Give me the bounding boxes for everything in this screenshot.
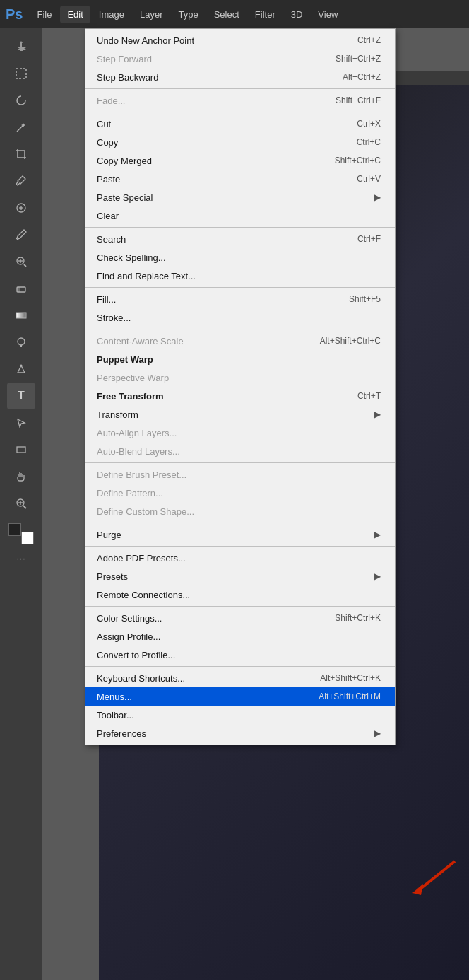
menu-item-remote-connections[interactable]: Remote Connections... [85,585,395,604]
svg-rect-10 [17,287,20,292]
menu-item-purge[interactable]: Purge ▶ [85,525,395,544]
tool-heal[interactable] [7,195,35,221]
menu-item-fade[interactable]: Fade... Shift+Ctrl+F [85,91,395,110]
tool-more[interactable]: ··· [7,546,35,571]
sep-9 [85,606,395,607]
menu-image[interactable]: Image [92,6,131,23]
ps-logo: Ps [6,6,23,23]
red-arrow-indicator [405,854,462,897]
tool-pen[interactable] [7,356,35,382]
menu-item-copy-merged[interactable]: Copy Merged Shift+Ctrl+C [85,151,395,170]
menu-item-stroke[interactable]: Stroke... [85,308,395,327]
menu-item-step-forward[interactable]: Step Forward Shift+Ctrl+Z [85,49,395,68]
menu-item-clear[interactable]: Clear [85,206,395,225]
tool-clone[interactable] [7,249,35,274]
menu-item-preferences[interactable]: Preferences ▶ [85,724,395,742]
tool-eyedropper[interactable] [7,168,35,194]
sep-10 [85,666,395,667]
sep-4 [85,287,395,288]
tool-gradient[interactable] [7,303,35,328]
menu-edit[interactable]: Edit [60,6,90,23]
edit-dropdown-menu: Undo New Anchor Point Ctrl+Z Step Forwar… [85,28,396,745]
left-toolbar: T ··· [0,28,42,980]
menu-item-paste-special[interactable]: Paste Special ▶ [85,188,395,206]
menu-item-cut[interactable]: Cut Ctrl+X [85,115,395,133]
sep-7 [85,523,395,523]
sep-5 [85,329,395,329]
menu-item-fill[interactable]: Fill... Shift+F5 [85,290,395,308]
sep-8 [85,546,395,547]
menu-3d[interactable]: 3D [284,6,310,23]
sep-3 [85,227,395,228]
svg-point-14 [20,365,23,367]
svg-rect-0 [16,69,26,78]
svg-line-1 [17,125,23,132]
menu-item-convert-profile[interactable]: Convert to Profile... [85,646,395,664]
tool-magic-wand[interactable] [7,115,35,140]
tool-eraser[interactable] [7,276,35,301]
menu-item-check-spelling[interactable]: Check Spelling... [85,248,395,267]
menu-item-presets[interactable]: Presets ▶ [85,567,395,585]
menu-type[interactable]: Type [172,6,206,23]
menu-item-puppet-warp[interactable]: Puppet Warp [85,350,395,368]
tool-crop[interactable] [7,141,35,167]
menu-bar: Ps File Edit Image Layer Type Select Fil… [0,0,469,28]
menu-item-menus[interactable]: Menus... Alt+Shift+Ctrl+M [85,687,395,706]
svg-rect-15 [17,447,25,453]
menu-item-adobe-pdf[interactable]: Adobe PDF Presets... [85,549,395,567]
svg-line-8 [24,264,26,267]
menu-view[interactable]: View [311,6,345,23]
menu-item-define-shape[interactable]: Define Custom Shape... [85,502,395,520]
menu-item-toolbar[interactable]: Toolbar... [85,706,395,724]
tool-shape[interactable] [7,437,35,462]
menu-item-paste[interactable]: Paste Ctrl+V [85,170,395,188]
tool-zoom[interactable] [7,491,35,516]
menu-item-auto-align[interactable]: Auto-Align Layers... [85,424,395,442]
tool-dodge[interactable] [7,329,35,355]
menu-item-color-settings[interactable]: Color Settings... Shift+Ctrl+K [85,609,395,627]
sep-1 [85,88,395,89]
menu-item-transform[interactable]: Transform ▶ [85,405,395,424]
tool-marquee[interactable] [7,61,35,86]
menu-item-step-backward[interactable]: Step Backward Alt+Ctrl+Z [85,68,395,86]
menu-item-undo[interactable]: Undo New Anchor Point Ctrl+Z [85,31,395,49]
tool-type[interactable]: T [7,383,35,409]
menu-bar-items: File Edit Image Layer Type Select Filter… [30,6,345,23]
menu-item-content-aware-scale[interactable]: Content-Aware Scale Alt+Shift+Ctrl+C [85,332,395,350]
sep-6 [85,462,395,463]
svg-line-17 [23,506,26,508]
menu-item-free-transform[interactable]: Free Transform Ctrl+T [85,387,395,405]
menu-item-define-pattern[interactable]: Define Pattern... [85,484,395,502]
svg-point-12 [18,338,25,345]
menu-file[interactable]: File [30,6,59,23]
menu-item-auto-blend[interactable]: Auto-Blend Layers... [85,442,395,460]
menu-item-assign-profile[interactable]: Assign Profile... [85,627,395,646]
menu-item-copy[interactable]: Copy Ctrl+C [85,133,395,151]
menu-select[interactable]: Select [207,6,247,23]
tool-hand[interactable] [7,464,35,489]
menu-filter[interactable]: Filter [248,6,283,23]
svg-rect-11 [16,313,26,318]
menu-item-perspective-warp[interactable]: Perspective Warp [85,368,395,387]
menu-item-search[interactable]: Search Ctrl+F [85,230,395,248]
menu-item-keyboard-shortcuts[interactable]: Keyboard Shortcuts... Alt+Shift+Ctrl+K [85,669,395,687]
menu-item-find-replace[interactable]: Find and Replace Text... [85,267,395,285]
sep-2 [85,112,395,112]
svg-marker-21 [412,884,423,895]
tool-brush[interactable] [7,222,35,247]
svg-line-20 [420,861,455,889]
tool-lasso[interactable] [7,88,35,113]
tool-path-select[interactable] [7,410,35,436]
color-swatches[interactable] [8,523,34,544]
tool-move[interactable] [7,34,35,59]
menu-item-define-brush[interactable]: Define Brush Preset... [85,465,395,484]
menu-layer[interactable]: Layer [133,6,170,23]
